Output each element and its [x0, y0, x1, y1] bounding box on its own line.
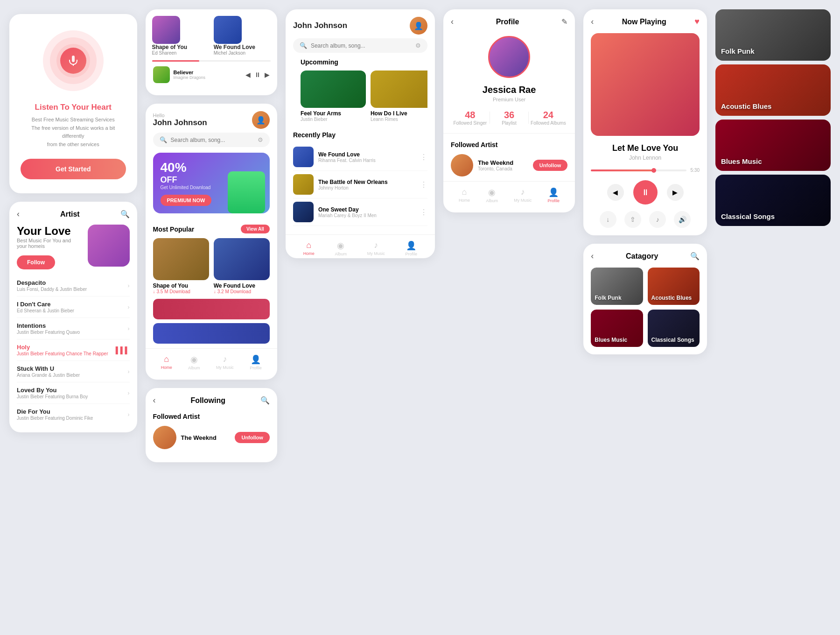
nav-album[interactable]: ◉ Album — [188, 354, 200, 370]
search-input[interactable] — [171, 137, 254, 143]
following-back-button[interactable]: ‹ — [153, 395, 156, 405]
profile-avatar — [488, 36, 530, 78]
nav-album-label: Album — [188, 366, 200, 370]
recent-artist-1: Rihanna Feat. Calvin Harris — [318, 158, 376, 163]
profile-nav-album-label: Album — [486, 198, 498, 203]
category-search-icon[interactable]: 🔍 — [690, 252, 700, 261]
cat-big-item-1[interactable]: Folk Punk — [715, 9, 831, 61]
column-3: John Johnson 👤 🔍 ⚙ Upcomming Feel Your A… — [286, 9, 435, 258]
artist-back-button[interactable]: ‹ — [17, 209, 20, 219]
followed-artist-info: The Weeknd — [181, 434, 231, 441]
most-popular-header: Most Popular View All — [146, 225, 277, 238]
upcoming-song-2: How Do I Live — [371, 110, 427, 117]
listen-sub-1: Best Free Music Streaming Services — [32, 117, 115, 122]
song-info-2: We Found Love Michel Jackson — [214, 44, 271, 56]
follow-button[interactable]: Follow — [17, 255, 55, 269]
more-icon-1[interactable]: ⋮ — [420, 153, 427, 162]
nav-profile[interactable]: 👤 Profile — [250, 354, 262, 370]
main-search-input[interactable] — [311, 42, 412, 49]
artist-image — [88, 225, 130, 267]
category-label-1: Folk Punk — [595, 295, 621, 301]
premium-button[interactable]: PREMIUM NOW — [161, 195, 212, 206]
now-playing-song-title: Let Me Love You — [591, 143, 700, 153]
song-artist-1: Ed Shareen — [152, 50, 209, 56]
volume-action-button[interactable]: 🔊 — [674, 211, 691, 228]
followed-artist-section: Followed Artist The Weeknd Toronto, Cana… — [443, 134, 575, 176]
next-button[interactable]: ▶ — [265, 71, 270, 78]
category-item-2[interactable]: Acoustic Blues — [648, 268, 700, 305]
mic-button[interactable] — [60, 48, 86, 74]
category-item-4[interactable]: Classical Songs — [648, 310, 700, 347]
profile-nav-my-music[interactable]: ♪ My Music — [514, 187, 532, 203]
category-label-3: Blues Music — [595, 337, 627, 343]
next-track-button[interactable]: ▶ — [667, 184, 684, 201]
music-action-button[interactable]: ♪ — [649, 211, 666, 228]
filter-icon[interactable]: ⚙ — [258, 136, 263, 143]
more-icon-3[interactable]: ⋮ — [420, 208, 427, 217]
prev-track-button[interactable]: ◀ — [607, 184, 624, 201]
now-playing-back-button[interactable]: ‹ — [591, 17, 594, 27]
nav-my-music-label: My Music — [216, 365, 234, 370]
list-item: Despacito Luis Fonsi, Daddy & Justin Bie… — [17, 275, 130, 296]
category-title: Catagory — [626, 252, 658, 261]
profile-nav-profile-label: Profile — [548, 198, 560, 203]
upcoming-artist-1: Justin Bieber — [301, 117, 366, 122]
profile-nav-album[interactable]: ◉ Album — [486, 187, 498, 203]
promo-text: 40% OFF Get Unlimited Download PREMIUM N… — [161, 160, 212, 206]
share-action-button[interactable]: ⇧ — [624, 211, 641, 228]
now-playing-song-artist: John Lennon — [591, 155, 700, 161]
view-all-button[interactable]: View All — [241, 225, 270, 233]
main-filter-icon[interactable]: ⚙ — [415, 42, 421, 49]
category-back-button[interactable]: ‹ — [591, 251, 594, 261]
song-card-1: Shape of You Ed Shareen — [152, 16, 209, 56]
following-search-icon[interactable]: 🔍 — [260, 396, 270, 405]
main-greeting: John Johnson — [293, 21, 347, 30]
list-item: Die For You Justin Bieber Featuring Domi… — [17, 404, 130, 425]
profile-nav-profile[interactable]: 👤 Profile — [548, 187, 560, 203]
song-artist: Ed Sheeran & Justin Bieber — [17, 308, 74, 313]
category-item-1[interactable]: Folk Punk — [591, 268, 643, 305]
pause-button[interactable]: ⏸ — [254, 71, 261, 78]
nav-my-music[interactable]: ♪ My Music — [216, 354, 234, 370]
cat-big-item-2[interactable]: Acoustic Blues — [715, 64, 831, 116]
profile-edit-icon[interactable]: ✎ — [561, 17, 567, 26]
now-playing-title: Now Playing — [622, 18, 666, 26]
home-icon: ⌂ — [164, 354, 169, 364]
unfollow-button[interactable]: Unfollow — [235, 432, 269, 443]
download-action-button[interactable]: ↓ — [600, 211, 616, 228]
song-artist: Ariana Grande & Justin Bieber — [17, 373, 80, 378]
search-icon: 🔍 — [160, 136, 167, 143]
main-nav-my-music-label: My Music — [367, 251, 385, 256]
main-nav-album[interactable]: ◉ Album — [335, 240, 347, 256]
main-nav-my-music[interactable]: ♪ My Music — [367, 240, 385, 256]
popular-grid: Shape of You ↓ 3.5 M Download We Found L… — [146, 238, 277, 294]
followed-artist-row-profile: The Weeknd Toronto, Canada Unfollow — [451, 154, 567, 176]
progress-track[interactable] — [591, 169, 686, 171]
more-icon-2[interactable]: ⋮ — [420, 180, 427, 189]
category-item-3[interactable]: Blues Music — [591, 310, 643, 347]
promo-person-image — [228, 171, 265, 213]
get-started-button[interactable]: Get Started — [21, 159, 126, 179]
nav-home[interactable]: ⌂ Home — [161, 354, 172, 370]
cat-big-item-4[interactable]: Classical Songs — [715, 175, 831, 226]
profile-icon: 👤 — [251, 354, 261, 365]
followed-artist-row: The Weeknd Unfollow — [153, 426, 270, 449]
artist-search-icon[interactable]: 🔍 — [120, 210, 130, 219]
recent-song-3: One Sweet Day — [318, 206, 377, 213]
popular-download-1: ↓ 3.5 M Download — [153, 289, 209, 294]
artist-hero-section: Your Love Best Music For You and your ho… — [9, 225, 137, 275]
popular-download-2: ↓ 3.2 M Download — [214, 289, 270, 294]
play-pause-button[interactable]: ⏸ — [633, 180, 658, 205]
heart-icon[interactable]: ♥ — [694, 17, 700, 27]
profile-back-button[interactable]: ‹ — [451, 17, 454, 27]
song-artist: Justin Bieber Featuring Dominic Fike — [17, 416, 93, 421]
home-screen-app: Hello John Johnson 👤 🔍 ⚙ 40% OFF Get Unl… — [146, 104, 277, 380]
profile-nav-home[interactable]: ⌂ Home — [459, 187, 470, 203]
profile-unfollow-button[interactable]: Unfollow — [533, 160, 567, 171]
cat-big-label-1: Folk Punk — [721, 47, 755, 55]
followed-section-title: Followed Artist — [153, 413, 270, 420]
cat-big-item-3[interactable]: Blues Music — [715, 120, 831, 171]
main-nav-home[interactable]: ⌂ Home — [303, 240, 315, 256]
main-nav-profile[interactable]: 👤 Profile — [405, 240, 417, 256]
prev-button[interactable]: ◀ — [245, 71, 251, 78]
